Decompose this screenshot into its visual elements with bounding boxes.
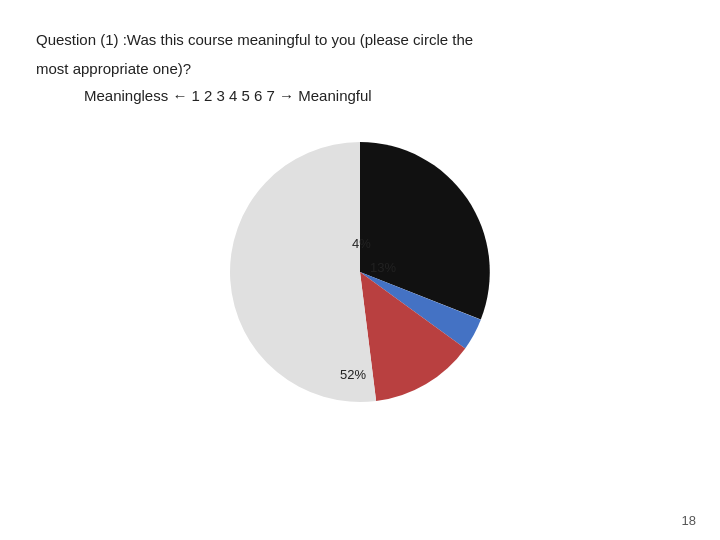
pie-container: 4% 13% 52%: [200, 124, 520, 434]
scale-line: Meaningless ← 1 2 3 4 5 6 7 → Meaningful: [84, 87, 684, 104]
white-segment: [230, 142, 376, 402]
page-content: Question (1) :Was this course meaningful…: [0, 0, 720, 434]
question-line2: most appropriate one)?: [36, 57, 684, 80]
label-4pct: 4%: [352, 236, 371, 251]
pie-chart: 4% 13% 52%: [200, 124, 520, 434]
label-13pct: 13%: [370, 260, 396, 275]
chart-area: 4% 13% 52%: [36, 124, 684, 434]
question-line1: Question (1) :Was this course meaningful…: [36, 28, 684, 51]
label-52pct: 52%: [340, 367, 366, 382]
page-number: 18: [682, 513, 696, 528]
